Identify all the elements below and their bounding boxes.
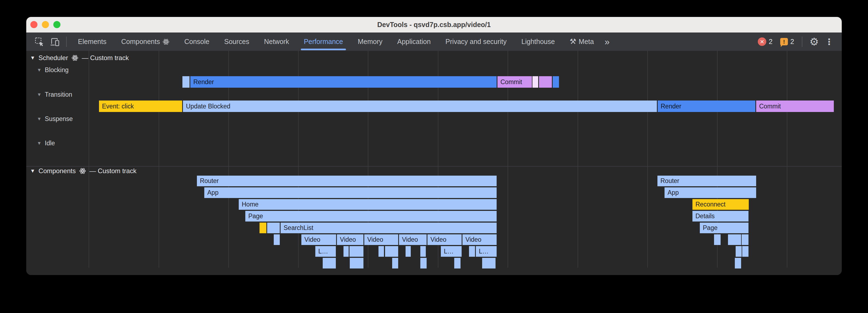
- warning-badge[interactable]: ! 2: [780, 38, 794, 46]
- component-render-bar[interactable]: [259, 222, 266, 233]
- component-render-bar[interactable]: [350, 258, 364, 269]
- tab-sources[interactable]: Sources: [217, 33, 257, 51]
- lane-label-idle[interactable]: ▼Idle: [37, 140, 55, 147]
- component-render-bar[interactable]: Video: [399, 234, 427, 245]
- bar-label: Render: [193, 78, 214, 86]
- tab-label: Console: [184, 33, 210, 51]
- component-render-bar[interactable]: Details: [692, 211, 748, 221]
- titlebar[interactable]: DevTools - qsvd7p.csb.app/video/1: [26, 17, 842, 33]
- scheduler-bar[interactable]: [539, 76, 552, 88]
- tab-console[interactable]: Console: [177, 33, 217, 51]
- lane-name: Transition: [45, 91, 72, 98]
- bar-label: Home: [242, 201, 258, 208]
- scheduler-bar[interactable]: [553, 76, 559, 88]
- component-render-bar[interactable]: Video: [428, 234, 462, 245]
- component-render-bar[interactable]: [267, 222, 280, 233]
- tab-performance[interactable]: Performance: [297, 33, 350, 51]
- error-icon: ✕: [758, 37, 766, 46]
- tab-lighthouse[interactable]: Lighthouse: [514, 33, 562, 51]
- bar-label: Page: [248, 212, 263, 220]
- component-render-bar[interactable]: [728, 234, 741, 245]
- bar-label: Router: [200, 177, 219, 185]
- component-render-bar[interactable]: App: [204, 187, 497, 198]
- error-badge[interactable]: ✕ 2: [758, 37, 773, 46]
- kebab-menu-icon[interactable]: ⋮: [822, 37, 836, 47]
- component-render-bar[interactable]: [735, 258, 741, 269]
- scheduler-bar[interactable]: Commit: [756, 101, 834, 112]
- component-render-bar[interactable]: L…: [315, 246, 336, 257]
- component-render-bar[interactable]: Video: [337, 234, 364, 245]
- component-render-bar[interactable]: [714, 234, 721, 245]
- tab-label: Application: [397, 33, 431, 51]
- component-render-bar[interactable]: [343, 246, 349, 257]
- component-render-bar[interactable]: [420, 258, 427, 269]
- component-render-bar[interactable]: [378, 246, 384, 257]
- component-render-bar[interactable]: L…: [441, 246, 462, 257]
- settings-gear-icon[interactable]: ⚙: [806, 36, 822, 48]
- component-render-bar[interactable]: [469, 246, 475, 257]
- scheduler-bar[interactable]: Update Blocked: [183, 101, 657, 112]
- tab-label: Meta: [579, 33, 594, 51]
- component-render-bar[interactable]: [385, 246, 398, 257]
- tab-elements[interactable]: Elements: [70, 33, 114, 51]
- scheduler-bar[interactable]: [532, 76, 538, 88]
- component-render-bar[interactable]: [349, 246, 364, 257]
- tab-memory[interactable]: Memory: [350, 33, 390, 51]
- component-render-bar[interactable]: Home: [239, 199, 497, 210]
- tab-application[interactable]: Application: [390, 33, 438, 51]
- bar-label: App: [207, 189, 218, 196]
- component-render-bar[interactable]: Reconnect: [692, 199, 749, 210]
- lane-label-transition[interactable]: ▼Transition: [37, 91, 72, 98]
- scheduler-bar[interactable]: Commit: [497, 76, 532, 88]
- component-render-bar[interactable]: [736, 246, 742, 257]
- warning-count: 2: [790, 38, 794, 46]
- component-render-bar[interactable]: [420, 246, 426, 257]
- bar-label: L…: [318, 248, 328, 255]
- more-tabs-chevron[interactable]: »: [601, 37, 613, 47]
- component-render-bar[interactable]: Page: [700, 222, 748, 233]
- component-render-bar[interactable]: App: [664, 187, 756, 198]
- component-render-bar[interactable]: Video: [364, 234, 398, 245]
- collapse-triangle-icon[interactable]: ▼: [37, 116, 41, 122]
- component-render-bar[interactable]: [742, 246, 748, 257]
- bar-label: L…: [479, 248, 489, 255]
- component-render-bar[interactable]: [323, 258, 336, 269]
- component-render-bar[interactable]: [274, 234, 280, 245]
- lane-label-suspense[interactable]: ▼Suspense: [37, 115, 73, 123]
- time-gridline: [578, 51, 578, 268]
- collapse-triangle-icon[interactable]: ▼: [37, 67, 41, 73]
- component-render-bar[interactable]: [742, 234, 748, 245]
- components-track-header[interactable]: ▼Components— Custom track: [30, 167, 136, 175]
- collapse-triangle-icon[interactable]: ▼: [37, 141, 41, 146]
- component-render-bar[interactable]: SearchList: [281, 222, 497, 233]
- track-title: Scheduler: [38, 54, 68, 62]
- component-render-bar[interactable]: [454, 258, 461, 269]
- component-render-bar[interactable]: Router: [657, 176, 756, 186]
- bar-label: L…: [444, 248, 454, 255]
- scheduler-bar[interactable]: Render: [658, 101, 755, 112]
- scheduler-bar[interactable]: [182, 76, 189, 88]
- tab-network[interactable]: Network: [256, 33, 297, 51]
- tab-meta[interactable]: ⚒Meta: [562, 33, 601, 51]
- devtools-window: DevTools - qsvd7p.csb.app/video/1 Elemen…: [26, 17, 842, 275]
- inspect-element-icon[interactable]: [33, 36, 45, 48]
- collapse-triangle-icon[interactable]: ▼: [30, 168, 35, 174]
- scheduler-track-header[interactable]: ▼Scheduler— Custom track: [30, 54, 129, 62]
- scheduler-bar[interactable]: Render: [190, 76, 497, 88]
- lane-label-blocking[interactable]: ▼Blocking: [37, 66, 69, 74]
- component-render-bar[interactable]: Video: [462, 234, 497, 245]
- component-render-bar[interactable]: Video: [301, 234, 336, 245]
- tab-components[interactable]: Components: [114, 33, 177, 51]
- component-render-bar[interactable]: [482, 258, 496, 269]
- component-render-bar[interactable]: [392, 258, 398, 269]
- scheduler-bar[interactable]: Event: click: [99, 101, 182, 112]
- device-toolbar-icon[interactable]: [49, 36, 61, 48]
- component-render-bar[interactable]: [406, 246, 411, 257]
- component-render-bar[interactable]: Router: [197, 176, 497, 186]
- component-render-bar[interactable]: Page: [245, 211, 497, 221]
- tab-label: Memory: [358, 33, 382, 51]
- collapse-triangle-icon[interactable]: ▼: [30, 55, 35, 61]
- component-render-bar[interactable]: L…: [476, 246, 497, 257]
- collapse-triangle-icon[interactable]: ▼: [37, 92, 41, 98]
- tab-privacy-and-security[interactable]: Privacy and security: [438, 33, 514, 51]
